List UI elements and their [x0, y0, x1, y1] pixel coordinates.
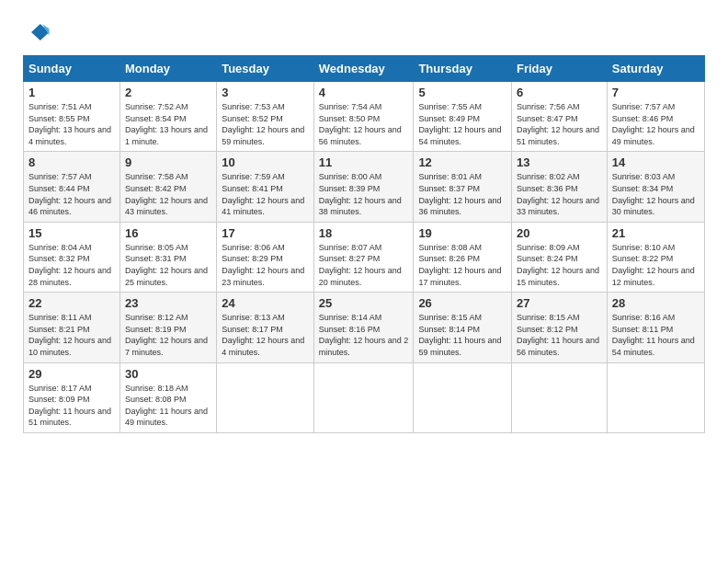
- calendar-day-cell: 28Sunrise: 8:16 AMSunset: 8:11 PMDayligh…: [607, 293, 704, 362]
- day-info: Sunrise: 8:15 AMSunset: 8:12 PMDaylight:…: [517, 312, 602, 358]
- day-number: 2: [125, 86, 211, 99]
- calendar-day-cell: 29Sunrise: 8:17 AMSunset: 8:09 PMDayligh…: [24, 362, 120, 432]
- calendar-day-cell: 6Sunrise: 7:56 AMSunset: 8:47 PMDaylight…: [511, 82, 607, 152]
- day-info: Sunrise: 8:11 AMSunset: 8:21 PMDaylight:…: [28, 312, 115, 358]
- day-number: 3: [222, 86, 309, 99]
- day-number: 26: [418, 296, 506, 310]
- calendar-day-cell: 14Sunrise: 8:03 AMSunset: 8:34 PMDayligh…: [607, 152, 704, 222]
- day-number: 29: [28, 367, 115, 381]
- day-info: Sunrise: 8:03 AMSunset: 8:34 PMDaylight:…: [612, 171, 700, 217]
- day-number: 5: [418, 86, 506, 99]
- day-info: Sunrise: 7:57 AMSunset: 8:44 PMDaylight:…: [28, 171, 115, 217]
- day-number: 15: [28, 226, 115, 240]
- day-number: 12: [418, 155, 506, 169]
- day-number: 25: [319, 296, 409, 310]
- day-info: Sunrise: 8:16 AMSunset: 8:11 PMDaylight:…: [612, 312, 700, 358]
- calendar-day-cell: 17Sunrise: 8:06 AMSunset: 8:29 PMDayligh…: [217, 222, 314, 292]
- day-number: 30: [125, 367, 211, 381]
- day-number: 8: [28, 155, 115, 169]
- calendar-day-cell: 30Sunrise: 8:18 AMSunset: 8:08 PMDayligh…: [119, 362, 216, 432]
- day-info: Sunrise: 7:59 AMSunset: 8:41 PMDaylight:…: [222, 171, 309, 217]
- calendar-day-cell: [313, 362, 414, 432]
- day-info: Sunrise: 8:01 AMSunset: 8:37 PMDaylight:…: [418, 171, 506, 217]
- logo-icon: [23, 18, 51, 46]
- day-info: Sunrise: 8:06 AMSunset: 8:29 PMDaylight:…: [222, 242, 309, 288]
- day-number: 11: [319, 155, 409, 169]
- calendar-day-cell: 11Sunrise: 8:00 AMSunset: 8:39 PMDayligh…: [313, 152, 414, 222]
- day-number: 17: [222, 226, 309, 240]
- calendar-day-cell: 27Sunrise: 8:15 AMSunset: 8:12 PMDayligh…: [511, 293, 607, 362]
- calendar-day-cell: 8Sunrise: 7:57 AMSunset: 8:44 PMDaylight…: [24, 152, 120, 222]
- calendar-week-row: 15Sunrise: 8:04 AMSunset: 8:32 PMDayligh…: [24, 222, 705, 292]
- day-info: Sunrise: 8:05 AMSunset: 8:31 PMDaylight:…: [125, 242, 211, 288]
- day-number: 7: [612, 86, 700, 99]
- calendar-weekday-monday: Monday: [119, 56, 216, 82]
- calendar-day-cell: 26Sunrise: 8:15 AMSunset: 8:14 PMDayligh…: [414, 293, 512, 362]
- calendar-table: SundayMondayTuesdayWednesdayThursdayFrid…: [23, 55, 705, 433]
- calendar-day-cell: 19Sunrise: 8:08 AMSunset: 8:26 PMDayligh…: [414, 222, 512, 292]
- day-number: 18: [319, 226, 409, 240]
- calendar-day-cell: 2Sunrise: 7:52 AMSunset: 8:54 PMDaylight…: [119, 82, 216, 152]
- day-info: Sunrise: 8:08 AMSunset: 8:26 PMDaylight:…: [418, 242, 506, 288]
- day-info: Sunrise: 8:12 AMSunset: 8:19 PMDaylight:…: [125, 312, 211, 358]
- day-number: 14: [612, 155, 700, 169]
- calendar-day-cell: 5Sunrise: 7:55 AMSunset: 8:49 PMDaylight…: [414, 82, 512, 152]
- day-info: Sunrise: 8:02 AMSunset: 8:36 PMDaylight:…: [517, 171, 602, 217]
- day-number: 10: [222, 155, 309, 169]
- calendar-week-row: 22Sunrise: 8:11 AMSunset: 8:21 PMDayligh…: [24, 293, 705, 362]
- day-info: Sunrise: 8:15 AMSunset: 8:14 PMDaylight:…: [418, 312, 506, 358]
- day-info: Sunrise: 8:14 AMSunset: 8:16 PMDaylight:…: [319, 312, 409, 358]
- day-info: Sunrise: 8:10 AMSunset: 8:22 PMDaylight:…: [612, 242, 700, 288]
- calendar-weekday-wednesday: Wednesday: [313, 56, 414, 82]
- day-info: Sunrise: 7:54 AMSunset: 8:50 PMDaylight:…: [319, 101, 409, 147]
- day-info: Sunrise: 7:52 AMSunset: 8:54 PMDaylight:…: [125, 101, 211, 147]
- calendar-day-cell: 20Sunrise: 8:09 AMSunset: 8:24 PMDayligh…: [511, 222, 607, 292]
- calendar-day-cell: 16Sunrise: 8:05 AMSunset: 8:31 PMDayligh…: [119, 222, 216, 292]
- calendar-week-row: 1Sunrise: 7:51 AMSunset: 8:55 PMDaylight…: [24, 82, 705, 152]
- day-info: Sunrise: 7:57 AMSunset: 8:46 PMDaylight:…: [612, 101, 700, 147]
- calendar-day-cell: [217, 362, 314, 432]
- day-info: Sunrise: 7:53 AMSunset: 8:52 PMDaylight:…: [222, 101, 309, 147]
- day-number: 27: [517, 296, 602, 310]
- page-header: [23, 18, 705, 46]
- calendar-day-cell: 7Sunrise: 7:57 AMSunset: 8:46 PMDaylight…: [607, 82, 704, 152]
- day-number: 9: [125, 155, 211, 169]
- calendar-day-cell: 21Sunrise: 8:10 AMSunset: 8:22 PMDayligh…: [607, 222, 704, 292]
- calendar-day-cell: 12Sunrise: 8:01 AMSunset: 8:37 PMDayligh…: [414, 152, 512, 222]
- calendar-weekday-saturday: Saturday: [607, 56, 704, 82]
- day-number: 16: [125, 226, 211, 240]
- day-info: Sunrise: 7:56 AMSunset: 8:47 PMDaylight:…: [517, 101, 602, 147]
- calendar-day-cell: 1Sunrise: 7:51 AMSunset: 8:55 PMDaylight…: [24, 82, 120, 152]
- day-number: 6: [517, 86, 602, 99]
- day-number: 13: [517, 155, 602, 169]
- calendar-day-cell: 24Sunrise: 8:13 AMSunset: 8:17 PMDayligh…: [217, 293, 314, 362]
- calendar-weekday-sunday: Sunday: [24, 56, 120, 82]
- calendar-day-cell: [607, 362, 704, 432]
- calendar-day-cell: [511, 362, 607, 432]
- day-info: Sunrise: 7:58 AMSunset: 8:42 PMDaylight:…: [125, 171, 211, 217]
- day-number: 1: [28, 86, 115, 99]
- calendar-day-cell: 10Sunrise: 7:59 AMSunset: 8:41 PMDayligh…: [217, 152, 314, 222]
- calendar-day-cell: 23Sunrise: 8:12 AMSunset: 8:19 PMDayligh…: [119, 293, 216, 362]
- logo: [23, 18, 54, 46]
- day-number: 19: [418, 226, 506, 240]
- day-info: Sunrise: 8:17 AMSunset: 8:09 PMDaylight:…: [28, 383, 115, 429]
- calendar-weekday-thursday: Thursday: [414, 56, 512, 82]
- calendar-day-cell: 4Sunrise: 7:54 AMSunset: 8:50 PMDaylight…: [313, 82, 414, 152]
- day-number: 4: [319, 86, 409, 99]
- day-info: Sunrise: 7:51 AMSunset: 8:55 PMDaylight:…: [28, 101, 115, 147]
- day-number: 21: [612, 226, 700, 240]
- day-info: Sunrise: 8:18 AMSunset: 8:08 PMDaylight:…: [125, 383, 211, 429]
- calendar-week-row: 8Sunrise: 7:57 AMSunset: 8:44 PMDaylight…: [24, 152, 705, 222]
- day-number: 24: [222, 296, 309, 310]
- calendar-day-cell: 18Sunrise: 8:07 AMSunset: 8:27 PMDayligh…: [313, 222, 414, 292]
- calendar-day-cell: 25Sunrise: 8:14 AMSunset: 8:16 PMDayligh…: [313, 293, 414, 362]
- calendar-day-cell: 13Sunrise: 8:02 AMSunset: 8:36 PMDayligh…: [511, 152, 607, 222]
- day-info: Sunrise: 8:13 AMSunset: 8:17 PMDaylight:…: [222, 312, 309, 358]
- calendar-day-cell: 9Sunrise: 7:58 AMSunset: 8:42 PMDaylight…: [119, 152, 216, 222]
- calendar-day-cell: 22Sunrise: 8:11 AMSunset: 8:21 PMDayligh…: [24, 293, 120, 362]
- calendar-body: 1Sunrise: 7:51 AMSunset: 8:55 PMDaylight…: [24, 82, 705, 433]
- calendar-weekday-friday: Friday: [511, 56, 607, 82]
- calendar-day-cell: 15Sunrise: 8:04 AMSunset: 8:32 PMDayligh…: [24, 222, 120, 292]
- day-info: Sunrise: 8:07 AMSunset: 8:27 PMDaylight:…: [319, 242, 409, 288]
